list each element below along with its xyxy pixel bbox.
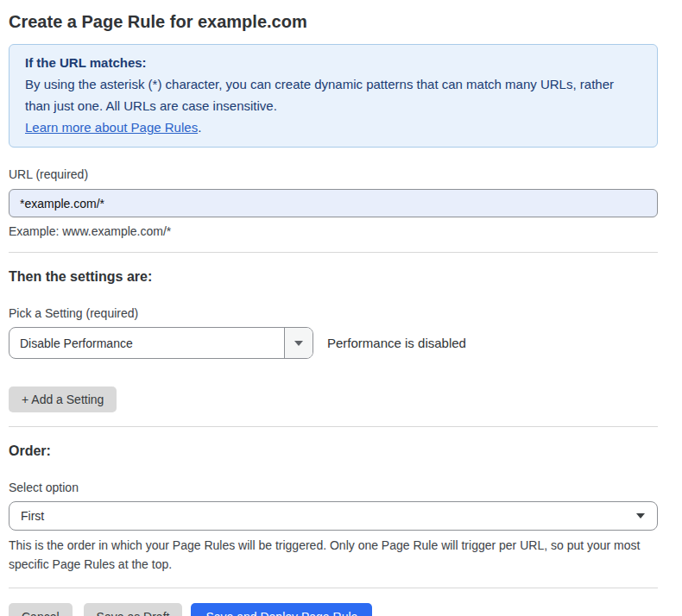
save-draft-button[interactable]: Save as Draft <box>84 603 183 616</box>
url-label: URL (required) <box>9 167 658 182</box>
footer-actions: Cancel Save as Draft Save and Deploy Pag… <box>9 603 658 616</box>
chevron-down-icon <box>636 513 645 519</box>
create-page-rule-form: Create a Page Rule for example.com If th… <box>0 10 682 616</box>
divider <box>9 252 658 253</box>
cancel-button[interactable]: Cancel <box>9 603 73 616</box>
url-input[interactable] <box>9 189 658 217</box>
add-setting-button[interactable]: + Add a Setting <box>9 387 117 412</box>
page-title: Create a Page Rule for example.com <box>9 10 658 33</box>
select-option-label: Select option <box>9 481 658 495</box>
divider <box>9 588 658 588</box>
url-match-info-box: If the URL matches: By using the asteris… <box>9 44 658 148</box>
pick-setting-label: Pick a Setting (required) <box>9 306 658 321</box>
learn-more-link[interactable]: Learn more about Page Rules <box>25 120 198 135</box>
order-select[interactable]: First <box>9 501 658 531</box>
order-help-text: This is the order in which your Page Rul… <box>9 536 658 574</box>
url-example-text: Example: www.example.com/* <box>9 224 658 238</box>
save-deploy-button[interactable]: Save and Deploy Page Rule <box>191 603 372 616</box>
setting-select-arrow-button[interactable] <box>284 328 313 358</box>
info-box-link-line: Learn more about Page Rules. <box>25 116 641 138</box>
setting-row: Disable Performance Performance is disab… <box>9 327 658 359</box>
learn-more-link-suffix: . <box>198 120 201 135</box>
order-section-heading: Order: <box>9 443 658 460</box>
info-box-heading: If the URL matches: <box>25 52 641 73</box>
setting-status-text: Performance is disabled <box>327 336 466 350</box>
setting-select[interactable]: Disable Performance <box>9 327 313 359</box>
order-select-value: First <box>9 509 636 523</box>
divider <box>9 426 658 427</box>
chevron-down-icon <box>294 341 303 346</box>
setting-select-value: Disable Performance <box>9 328 284 358</box>
info-box-body: By using the asterisk (*) character, you… <box>25 73 634 116</box>
settings-section-heading: Then the settings are: <box>9 268 658 286</box>
